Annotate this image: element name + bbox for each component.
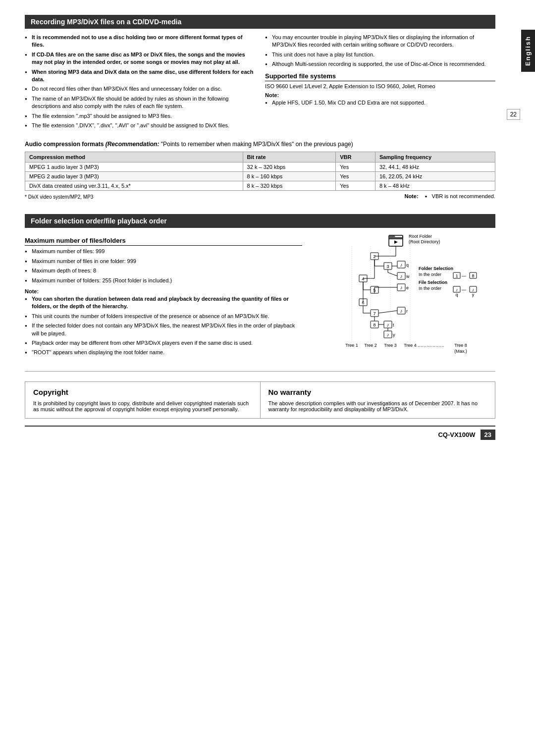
section1-header: Recording MP3/DivX files on a CD/DVD-med… [25, 15, 495, 29]
tree-dots: ……………… [418, 343, 444, 348]
bullet-item: The name of an MP3/DivX file should be a… [25, 95, 255, 110]
root-directory-label: (Root Directory) [409, 239, 440, 244]
col-header-sampling: Sampling frequency [375, 152, 495, 162]
bullet-item: When storing MP3 data and DivX data on t… [25, 68, 255, 84]
folder-note-item: This unit counts the number of folders i… [25, 313, 302, 320]
footer-model: CQ-VX100W [438, 431, 475, 438]
folder-note-bold: You can shorten the duration between dat… [25, 295, 302, 311]
english-tab: English [521, 30, 535, 72]
section1-bullets-left: It is recommended not to use a disc hold… [25, 34, 255, 129]
bullet-item: It is recommended not to use a disc hold… [25, 34, 255, 49]
note-label: Note: [265, 92, 495, 98]
svg-text:8: 8 [373, 323, 375, 327]
cell-vbr: Yes [336, 162, 375, 172]
bullet-item: Do not record files other than MP3/DivX … [25, 85, 255, 93]
copyright-title: Copyright [33, 388, 252, 396]
svg-text:♪: ♪ [400, 308, 403, 314]
supported-text: ISO 9660 Level 1/Level 2, Apple Extensio… [265, 83, 495, 89]
section1-right: You may encounter trouble in playing MP3… [265, 34, 495, 133]
folder-note-item: Playback order may be different from oth… [25, 339, 302, 347]
file-selection-label: File Selection [419, 280, 447, 285]
max-item: Maximum number of folders: 255 (Root fol… [25, 277, 302, 284]
root-folder-label: Root Folder [409, 234, 432, 239]
svg-text:7: 7 [373, 311, 375, 316]
audio-compression-table: Compression method Bit rate VBR Sampling… [25, 152, 495, 191]
svg-text:▶: ▶ [394, 239, 398, 244]
file-selection-order: In the order [419, 286, 441, 291]
svg-text:1: 1 [455, 273, 458, 278]
bullet-item: Although Multi-session recording is supp… [265, 60, 495, 68]
cell-sampling: 16, 22.05, 24 kHz [375, 172, 495, 181]
vbr-note-item: VBR is not recommended. [425, 193, 495, 200]
folder-note-item: "ROOT" appears when displaying the root … [25, 349, 302, 356]
table-header-row: Compression method Bit rate VBR Sampling… [25, 152, 495, 162]
max-files-title: Maximum number of files/folders [25, 237, 302, 246]
svg-text:8: 8 [472, 273, 474, 278]
folder-selection-order: In the order [419, 272, 441, 277]
tree1-label: Tree 1 [345, 343, 358, 348]
table-footnote: * DivX video system/MP2, MP3 [25, 194, 93, 206]
svg-text:3: 3 [386, 264, 389, 269]
folder-selection-label: Folder Selection [419, 266, 453, 271]
cell-compression: DivX data created using ver.3.11, 4.x, 5… [25, 181, 243, 191]
section2-header: Folder selection order/file playback ord… [25, 214, 495, 228]
folder-left: Maximum number of files/folders Maximum … [25, 233, 302, 365]
copyright-section: Copyright It is prohibited by copyright … [25, 382, 261, 418]
max-item: Maximum number of files: 999 [25, 248, 302, 255]
svg-marker-2 [389, 235, 403, 239]
svg-text:♪: ♪ [400, 285, 403, 290]
svg-line-56 [378, 311, 397, 313]
col-header-vbr: VBR [336, 152, 375, 162]
cell-bitrate: 32 k – 320 kbps [243, 162, 336, 172]
svg-text:—: — [462, 273, 466, 278]
svg-text:2: 2 [373, 254, 375, 259]
svg-text:t: t [393, 323, 394, 327]
svg-text:♪: ♪ [400, 262, 403, 268]
footer-page: 23 [481, 430, 495, 440]
note-bullets: Apple HFS, UDF 1.50, Mix CD and CD Extra… [265, 99, 495, 107]
tree2-label: Tree 2 [364, 343, 377, 348]
svg-text:y: y [393, 332, 395, 337]
tree-diagram: ▶ Root Folder (Root Directory) 2 3 [312, 233, 495, 364]
cell-vbr: Yes [336, 172, 375, 181]
tree-diagram-container: ▶ Root Folder (Root Directory) 2 3 [312, 233, 495, 365]
svg-text:♪: ♪ [387, 332, 389, 337]
tree3-label: Tree 3 [384, 343, 397, 348]
section-divider [25, 371, 495, 372]
copyright-text: It is prohibited by copyright laws to co… [33, 400, 252, 412]
svg-text:r: r [406, 309, 408, 314]
svg-text:q: q [406, 263, 409, 268]
bullet-item: The file extension ".DIVX", ".divx", ".A… [25, 122, 255, 129]
table-row: MPEG 2 audio layer 3 (MP3) 8 k – 160 kbp… [25, 172, 495, 181]
svg-line-24 [388, 272, 397, 276]
no-warranty-section: No warranty The above description compli… [261, 382, 495, 418]
bullet-item: This unit does not have a play list func… [265, 51, 495, 58]
svg-text:e: e [406, 285, 409, 290]
page-number: 22 [507, 109, 520, 120]
folder-note-item: If the selected folder does not contain … [25, 322, 302, 337]
audio-compression-title: Audio compression formats (Recommendatio… [25, 140, 495, 149]
folder-content: Maximum number of files/folders Maximum … [25, 233, 495, 365]
max-bullets: Maximum number of files: 999 Maximum num… [25, 248, 302, 284]
bottom-sections: Copyright It is prohibited by copyright … [25, 381, 495, 419]
cell-bitrate: 8 k – 160 kbps [243, 172, 336, 181]
svg-text:♪: ♪ [456, 287, 458, 292]
svg-text:4: 4 [362, 276, 364, 281]
section1-left: It is recommended not to use a disc hold… [25, 34, 255, 133]
supported-title: Supported file systems [265, 72, 495, 81]
cell-sampling: 32, 44.1, 48 kHz [375, 162, 495, 172]
tree-max: (Max.) [454, 349, 467, 354]
section1-content: It is recommended not to use a disc hold… [25, 34, 495, 133]
no-warranty-title: No warranty [268, 388, 487, 396]
cell-compression: MPEG 1 audio layer 3 (MP3) [25, 162, 243, 172]
section2: Folder selection order/file playback ord… [25, 214, 495, 365]
footer: CQ-VX100W 23 [25, 426, 495, 440]
svg-text:w: w [406, 274, 410, 279]
folder-notes: You can shorten the duration between dat… [25, 295, 302, 357]
bullet-item: You may encounter trouble in playing MP3… [265, 34, 495, 49]
note-item: Apple HFS, UDF 1.50, Mix CD and CD Extra… [265, 99, 495, 107]
cell-compression: MPEG 2 audio layer 3 (MP3) [25, 172, 243, 181]
svg-text:♪: ♪ [400, 273, 403, 279]
bullet-item: If CD-DA files are on the same disc as M… [25, 51, 255, 66]
audio-compression-section: Audio compression formats (Recommendatio… [25, 140, 495, 206]
